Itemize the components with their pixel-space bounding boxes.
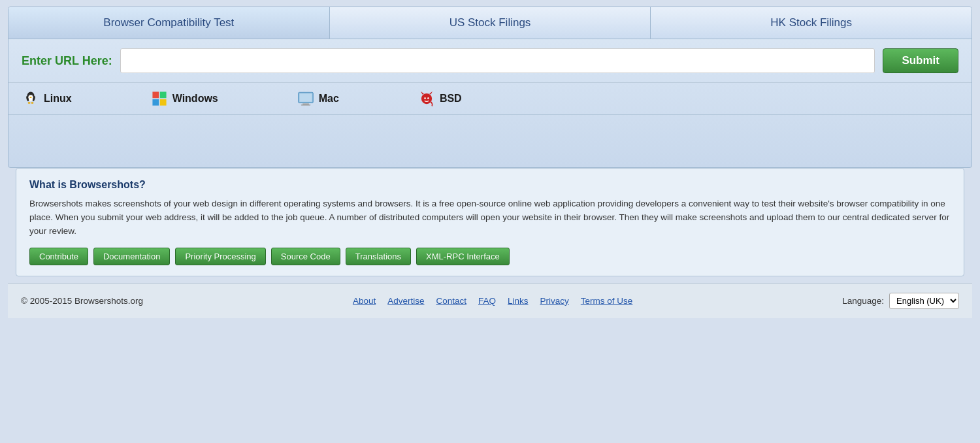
content-area — [8, 115, 972, 167]
tab-us-stock[interactable]: US Stock Filings — [330, 7, 651, 39]
svg-rect-13 — [152, 99, 159, 106]
bsd-icon — [417, 90, 436, 108]
footer-link-advertise[interactable]: Advertise — [387, 296, 424, 306]
footer-copyright: © 2005-2015 Browsershots.org — [21, 296, 143, 306]
svg-rect-14 — [159, 99, 166, 106]
footer-links: About Advertise Contact FAQ Links Privac… — [353, 296, 632, 306]
footer: © 2005-2015 Browsershots.org About Adver… — [8, 283, 972, 318]
svg-point-4 — [29, 95, 30, 96]
url-label: Enter URL Here: — [22, 54, 112, 68]
svg-point-9 — [28, 102, 31, 103]
footer-language: Language: English (UK) English (US) Deut… — [842, 293, 959, 309]
svg-rect-16 — [299, 93, 312, 102]
footer-link-faq[interactable]: FAQ — [478, 296, 496, 306]
linux-icon — [22, 90, 40, 108]
svg-point-10 — [31, 102, 33, 103]
os-item-mac[interactable]: Mac — [297, 90, 339, 108]
url-input[interactable] — [120, 48, 875, 73]
footer-link-privacy[interactable]: Privacy — [540, 296, 569, 306]
contribute-button[interactable]: Contribute — [29, 248, 88, 265]
svg-point-19 — [421, 93, 432, 104]
action-buttons-row: Contribute Documentation Priority Proces… — [29, 248, 951, 265]
os-item-linux[interactable]: Linux — [22, 90, 72, 108]
svg-marker-21 — [429, 91, 433, 95]
windows-icon — [150, 90, 169, 108]
priority-processing-button[interactable]: Priority Processing — [175, 248, 265, 265]
svg-point-1 — [28, 95, 33, 101]
footer-link-contact[interactable]: Contact — [436, 296, 466, 306]
svg-rect-12 — [159, 91, 166, 98]
windows-label: Windows — [172, 93, 218, 105]
tabs-row: Browser Compatibility Test US Stock Fili… — [8, 7, 972, 39]
footer-link-about[interactable]: About — [353, 296, 376, 306]
footer-link-terms[interactable]: Terms of Use — [581, 296, 633, 306]
language-label: Language: — [842, 296, 884, 306]
main-card: Browser Compatibility Test US Stock Fili… — [8, 7, 972, 168]
tab-hk-stock[interactable]: HK Stock Filings — [651, 7, 972, 39]
submit-button[interactable]: Submit — [883, 48, 958, 73]
info-body: Browsershots makes screenshots of your w… — [29, 197, 951, 238]
documentation-button[interactable]: Documentation — [93, 248, 170, 265]
svg-point-22 — [424, 97, 425, 99]
page-wrapper: Browser Compatibility Test US Stock Fili… — [0, 0, 980, 325]
os-row: Linux Windows — [8, 83, 972, 114]
xmlrpc-button[interactable]: XML-RPC Interface — [416, 248, 510, 265]
svg-point-23 — [427, 97, 429, 99]
info-title: What is Browsershots? — [29, 179, 951, 191]
linux-label: Linux — [44, 93, 72, 105]
source-code-button[interactable]: Source Code — [271, 248, 340, 265]
svg-rect-11 — [152, 91, 159, 98]
bsd-label: BSD — [440, 93, 462, 105]
svg-point-6 — [29, 97, 31, 98]
os-item-windows[interactable]: Windows — [150, 90, 218, 108]
mac-label: Mac — [319, 93, 339, 105]
language-select[interactable]: English (UK) English (US) Deutsch França… — [889, 293, 959, 309]
footer-link-links[interactable]: Links — [508, 296, 529, 306]
os-item-bsd[interactable]: BSD — [417, 90, 462, 108]
svg-rect-18 — [301, 105, 310, 106]
info-card: What is Browsershots? Browsershots makes… — [16, 168, 964, 276]
translations-button[interactable]: Translations — [346, 248, 411, 265]
svg-marker-20 — [421, 91, 424, 95]
svg-point-5 — [32, 95, 33, 96]
tab-browser-compatibility[interactable]: Browser Compatibility Test — [8, 7, 330, 39]
url-row: Enter URL Here: Submit — [8, 39, 972, 83]
mac-icon — [297, 90, 315, 108]
